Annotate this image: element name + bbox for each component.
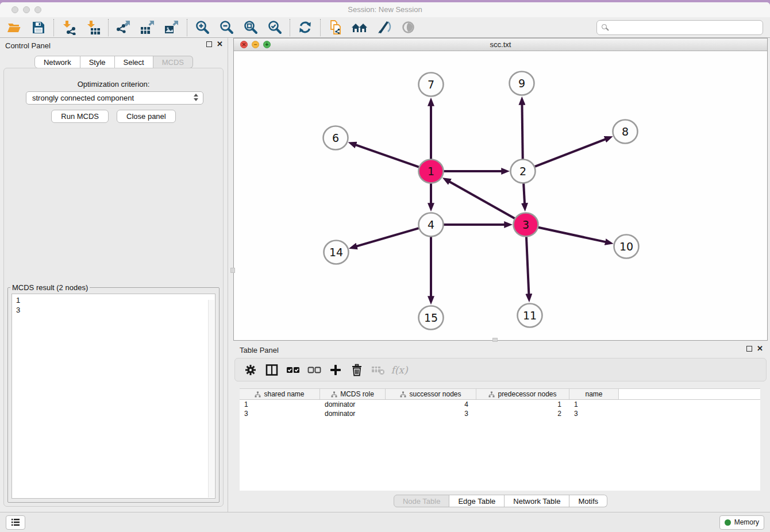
status-bar: Memory	[0, 512, 770, 532]
import-table-icon	[86, 20, 101, 35]
table-row[interactable]: 1dominator411	[240, 400, 760, 409]
zoom-selected-button[interactable]	[263, 18, 287, 37]
zoom-out-icon	[220, 20, 234, 34]
table-cell: 1	[476, 400, 569, 409]
export-table-button[interactable]	[136, 18, 160, 37]
search-icon	[602, 24, 607, 29]
columns-icon	[265, 363, 279, 377]
close-panel-icon[interactable]: ✕	[217, 41, 223, 47]
table-tab-node-table[interactable]: Node Table	[394, 495, 450, 507]
graph-edge-3-11[interactable]	[526, 237, 529, 294]
apply-preferred-layout-button[interactable]	[293, 18, 317, 37]
eye-contrast-icon	[401, 20, 415, 34]
apply-style-button[interactable]	[372, 18, 396, 37]
fx-icon: f(x)	[391, 364, 407, 376]
column-header-MCDS-role[interactable]: MCDS role	[320, 389, 386, 399]
criterion-dropdown-value: strongly connected component	[32, 94, 134, 102]
import-network-icon	[61, 20, 76, 35]
graph-edge-1-6[interactable]	[356, 145, 419, 167]
export-network-button[interactable]	[111, 18, 136, 37]
export-image-button[interactable]	[160, 18, 184, 37]
show-column-button[interactable]	[263, 361, 280, 379]
table-panel-header: Table Panel ✕	[233, 342, 768, 357]
column-header-predecessor-nodes[interactable]: predecessor nodes	[476, 389, 569, 399]
select-all-button[interactable]	[284, 361, 302, 379]
splitter-handle-vertical[interactable]	[230, 268, 235, 273]
delete-table-button[interactable]	[369, 361, 387, 379]
graph-node-label: 3	[522, 218, 529, 231]
table-cell: 3	[386, 409, 476, 418]
hierarchy-icon	[488, 391, 495, 398]
table-panel: Table Panel ✕	[233, 342, 768, 511]
save-session-button[interactable]	[26, 18, 51, 37]
network-window-title: scc.txt	[234, 40, 767, 49]
result-scrollbar[interactable]	[208, 300, 214, 498]
tab-style[interactable]: Style	[80, 56, 115, 68]
table-tab-network-table[interactable]: Network Table	[505, 495, 569, 507]
table-tab-motifs[interactable]: Motifs	[569, 495, 607, 507]
delete-row-button[interactable]	[348, 361, 365, 379]
function-builder-button[interactable]: f(x)	[391, 361, 408, 379]
tab-mcds[interactable]: MCDS	[153, 56, 193, 68]
node-table: shared nameMCDS rolesuccessor nodesprede…	[240, 388, 760, 491]
first-neighbors-button[interactable]	[348, 18, 372, 37]
graph-edge-2-8[interactable]	[534, 139, 606, 167]
table-body: 1dominator4113dominator323	[240, 400, 760, 418]
close-panel-button[interactable]: Close panel	[117, 110, 176, 123]
trash-icon	[350, 363, 364, 377]
zoom-in-button[interactable]	[190, 18, 214, 37]
zoom-in-icon	[195, 20, 210, 34]
table-options-button[interactable]	[242, 361, 259, 379]
tab-select[interactable]: Select	[115, 56, 153, 68]
graph-edge-2-9[interactable]	[522, 105, 522, 159]
memory-button-label: Memory	[734, 518, 759, 526]
memory-button[interactable]: Memory	[719, 515, 764, 530]
zoom-out-button[interactable]	[214, 18, 238, 37]
tab-network[interactable]: Network	[34, 56, 80, 68]
column-label: successor nodes	[409, 390, 461, 398]
column-header-name[interactable]: name	[569, 389, 619, 399]
gear-icon	[244, 363, 257, 377]
graph-node-label: 14	[329, 246, 343, 259]
graph-node-label: 10	[619, 240, 633, 253]
table-cell: 1	[569, 400, 619, 409]
task-history-button[interactable]	[6, 515, 25, 530]
graph-node-label: 2	[519, 165, 526, 178]
column-header-shared-name[interactable]: shared name	[240, 389, 320, 399]
toolbar-search	[596, 20, 763, 35]
graph-edge-4-14[interactable]	[357, 228, 419, 246]
column-label: predecessor nodes	[498, 390, 556, 398]
toolbar-separator	[320, 19, 321, 36]
network-graph: 7968124314101511	[234, 51, 767, 340]
table-row[interactable]: 3dominator323	[240, 409, 760, 418]
zoom-fit-button[interactable]	[238, 18, 263, 37]
show-hide-graphics-details-button[interactable]	[396, 18, 420, 37]
criterion-dropdown[interactable]: strongly connected component	[26, 91, 203, 105]
close-table-panel-icon[interactable]: ✕	[757, 346, 763, 352]
main-toolbar	[0, 17, 770, 38]
table-panel-title: Table Panel	[240, 346, 279, 354]
graph-edge-2-3[interactable]	[523, 183, 525, 203]
search-input[interactable]	[596, 20, 763, 35]
graph-edge-3-1[interactable]	[449, 182, 515, 219]
graph-edge-3-10[interactable]	[538, 227, 606, 242]
table-tab-edge-table[interactable]: Edge Table	[449, 495, 505, 507]
clone-network-button[interactable]	[324, 18, 348, 37]
run-mcds-button[interactable]: Run MCDS	[51, 110, 109, 123]
mcds-result-text[interactable]: 1 3	[11, 294, 215, 499]
splitter-handle-horizontal[interactable]	[492, 338, 498, 342]
control-panel-tabs: NetworkStyleSelectMCDS	[34, 56, 193, 68]
column-label: name	[585, 390, 602, 398]
network-canvas[interactable]: 7968124314101511	[234, 51, 767, 340]
mcds-tab-content: Optimization criterion: strongly connect…	[3, 68, 224, 507]
add-row-button[interactable]	[327, 361, 344, 379]
deselect-all-button[interactable]	[306, 361, 323, 379]
import-network-button[interactable]	[57, 18, 81, 37]
import-table-button[interactable]	[81, 18, 105, 37]
open-file-button[interactable]	[2, 18, 26, 37]
column-header-successor-nodes[interactable]: successor nodes	[386, 389, 476, 399]
float-panel-icon[interactable]	[206, 41, 212, 47]
unchecked-boxes-icon	[307, 363, 322, 377]
open-folder-icon	[7, 21, 22, 34]
float-table-panel-icon[interactable]	[746, 346, 752, 352]
